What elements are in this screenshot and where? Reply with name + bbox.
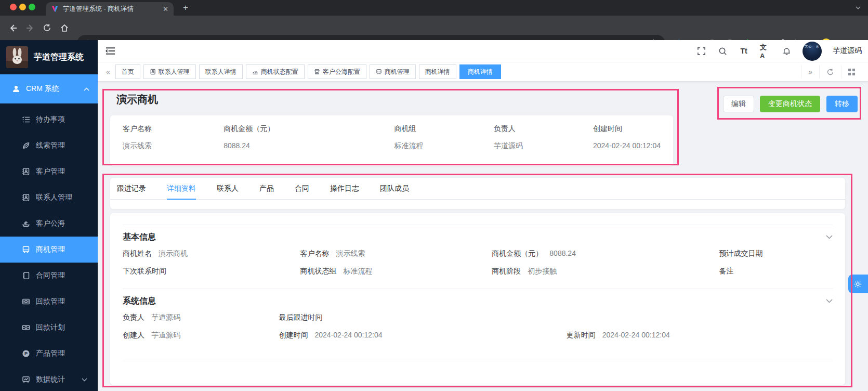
field-label: 商机状态组 (300, 267, 337, 276)
product-p-icon: P (22, 349, 30, 358)
sidebar-item-crm[interactable]: CRM 系统 (0, 74, 98, 103)
menu-fold-icon[interactable] (106, 47, 115, 55)
contact-book-icon (150, 69, 156, 75)
transfer-button[interactable]: 转移 (826, 96, 858, 112)
business-summary-card: 客户名称 演示线索 商机金额（元） 8088.24 商机组 标准流程 负责人 芋… (110, 115, 673, 166)
nav-tab-business-detail[interactable]: 商机详情 (419, 64, 456, 79)
sidebar-item-label: 回款管理 (36, 297, 65, 306)
sidebar-item-label: 待办事项 (36, 115, 65, 124)
tab-operation-log[interactable]: 操作日志 (330, 178, 359, 199)
sidebar-item-contracts[interactable]: 合同管理 (0, 263, 98, 289)
sidebar-item-contacts[interactable]: 联系人管理 (0, 185, 98, 211)
edit-button[interactable]: 编辑 (723, 96, 754, 112)
sidebar-item-todo[interactable]: 待办事项 (0, 107, 98, 133)
sidebar-item-label: 产品管理 (36, 349, 65, 358)
user-icon (12, 85, 20, 93)
sidebar-menu: 待办事项 线索管理 客户管理 联系人管理 客户公海 商机管理 合同管理 回款管 (0, 103, 98, 391)
header-actions: Tt 文A 芋道源码 (696, 42, 868, 61)
forward-button[interactable] (24, 22, 35, 33)
tab-follow-records[interactable]: 跟进记录 (117, 178, 146, 199)
summary-field-label: 客户名称 (123, 124, 223, 134)
window-chevron-icon[interactable] (853, 3, 863, 13)
chevron-down-icon[interactable] (826, 299, 833, 303)
browser-toolbar: 127.0.0.1/crm/business/detail/12 6 (0, 16, 868, 40)
sidebar-item-label: 回款计划 (36, 323, 65, 332)
chevron-down-icon[interactable] (826, 235, 833, 239)
tab-label: 产品 (259, 184, 274, 193)
tabs-bar-tools: » (801, 65, 862, 79)
nav-tab-contact-detail[interactable]: 联系人详情 (199, 64, 243, 79)
nav-tab-business-status-config[interactable]: 商机状态配置 (246, 64, 305, 79)
tab-contracts[interactable]: 合同 (295, 178, 309, 199)
sidebar-item-statistics[interactable]: 数据统计 (0, 367, 98, 391)
app-title: 芋道管理系统 (34, 52, 84, 63)
refresh-page-icon[interactable] (819, 65, 841, 79)
field-label: 创建时间 (279, 331, 308, 340)
favicon-yudao-icon (51, 5, 59, 13)
chevron-up-icon (84, 87, 89, 91)
change-status-button[interactable]: 变更商机状态 (760, 96, 820, 112)
nav-tab-high-seas-config[interactable]: 客户公海配置 (308, 64, 366, 79)
section-title: 基本信息 (123, 232, 156, 243)
nav-tab-home[interactable]: 首页 (115, 64, 140, 79)
tab-close-icon[interactable]: ✕ (163, 5, 168, 13)
gauge-icon (252, 69, 258, 75)
tab-detail-info[interactable]: 详细资料 (167, 178, 196, 199)
nav-tab-label: 客户公海配置 (323, 68, 360, 76)
window-close-button[interactable] (10, 4, 17, 10)
sidebar-item-business[interactable]: 商机管理 (0, 237, 98, 263)
sidebar-item-customers[interactable]: 客户管理 (0, 159, 98, 185)
nav-tab-contact-mgmt[interactable]: 联系人管理 (143, 64, 196, 79)
fullscreen-icon[interactable] (696, 46, 706, 56)
user-avatar[interactable] (803, 42, 822, 61)
summary-field-label: 商机组 (394, 124, 494, 134)
font-size-icon[interactable]: Tt (739, 46, 749, 56)
reload-button[interactable] (42, 22, 52, 33)
contact-book-icon (22, 167, 30, 176)
summary-field-value: 2024-02-24 00:12:04 (593, 141, 661, 150)
sidebar-item-label: 合同管理 (36, 271, 65, 280)
sidebar-item-leads[interactable]: 线索管理 (0, 133, 98, 159)
sidebar-item-high-seas[interactable]: 客户公海 (0, 211, 98, 237)
todo-list-icon (22, 115, 30, 124)
tab-team-members[interactable]: 团队成员 (380, 178, 409, 199)
nav-tab-label: 商机状态配置 (261, 68, 298, 76)
browser-tab[interactable]: 芋道管理系统 - 商机详情 ✕ (46, 2, 174, 16)
tab-label: 操作日志 (330, 184, 359, 193)
nav-tab-business-detail-active[interactable]: 商机详情 (459, 64, 501, 79)
money-envelope-icon (22, 297, 30, 306)
field-label: 备注 (719, 267, 733, 276)
basic-info-header[interactable]: 基本信息 (123, 225, 833, 249)
theme-settings-button[interactable] (848, 275, 868, 293)
tab-products[interactable]: 产品 (259, 178, 274, 199)
gear-icon (853, 280, 862, 289)
window-maximize-button[interactable] (29, 4, 35, 10)
nav-tab-business-mgmt[interactable]: 商机管理 (370, 64, 416, 79)
app-logo-rabbit-image (6, 46, 28, 68)
tab-contacts[interactable]: 联系人 (217, 178, 239, 199)
app-logo-row[interactable]: 芋道管理系统 (0, 40, 98, 74)
sidebar-item-receivable-plan[interactable]: 回款计划 (0, 315, 98, 341)
new-tab-button[interactable]: + (183, 2, 188, 14)
svg-text:P: P (24, 351, 28, 356)
system-info-header[interactable]: 系统信息 (123, 289, 833, 313)
search-icon[interactable] (717, 46, 728, 56)
page-title: 演示商机 (116, 93, 158, 107)
home-button[interactable] (59, 22, 70, 33)
tabs-scroll-left-icon[interactable]: « (104, 68, 112, 76)
banknote-icon (22, 323, 30, 332)
window-minimize-button[interactable] (19, 4, 26, 10)
back-button[interactable] (7, 22, 18, 33)
system-info-row: 负责人芋道源码 最后跟进时间 (123, 313, 833, 322)
field-label: 预计成交日期 (719, 249, 762, 258)
translate-icon[interactable]: 文A (760, 46, 770, 56)
sidebar-item-label: 客户管理 (36, 167, 65, 176)
field-label: 最后跟进时间 (279, 313, 323, 322)
user-name[interactable]: 芋道源码 (833, 46, 862, 56)
layout-grid-icon[interactable] (841, 65, 862, 79)
sidebar-item-receivables[interactable]: 回款管理 (0, 289, 98, 315)
bus-icon (22, 245, 30, 254)
sidebar-item-products[interactable]: P 产品管理 (0, 341, 98, 367)
notification-bell-icon[interactable] (781, 46, 792, 56)
tabs-scroll-right-icon[interactable]: » (801, 65, 819, 79)
